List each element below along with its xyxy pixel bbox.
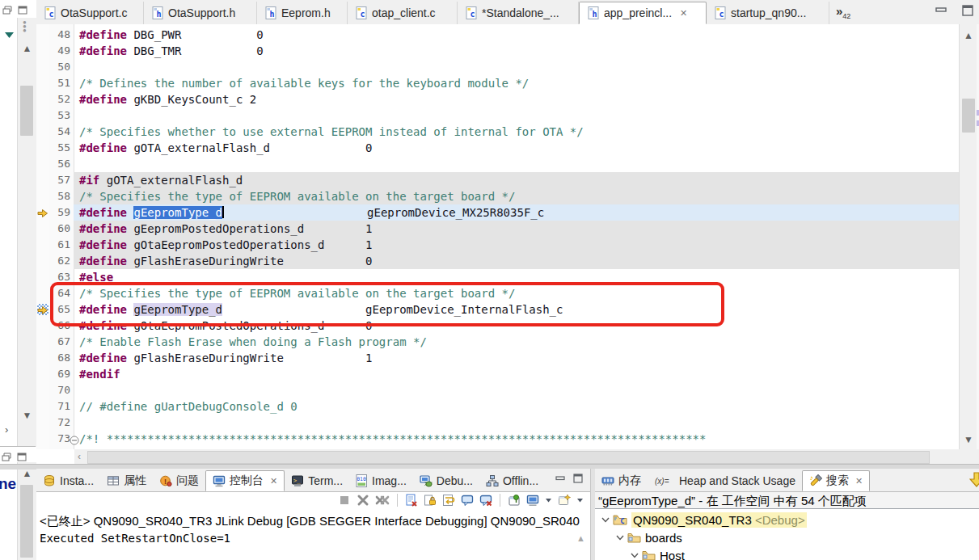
panel-tab-debu-[interactable]: Debu...: [413, 470, 479, 491]
code-line[interactable]: 66#define gOtaEepromPostedOperations_d 0: [36, 318, 959, 334]
marker-cell[interactable]: [36, 382, 49, 398]
scrollbar-thumb[interactable]: [20, 86, 33, 136]
remove-all-terminated-button[interactable]: [375, 494, 390, 507]
code-text[interactable]: /* Enable Flash Erase when doing a Flash…: [74, 334, 959, 350]
code-text[interactable]: [74, 415, 959, 431]
dropdown-arrow-icon[interactable]: [545, 497, 552, 503]
editor-vertical-scrollbar[interactable]: ▲ ▼: [959, 24, 977, 449]
code-text[interactable]: // #define gUartDebugConsole_d 0: [74, 398, 959, 415]
line-number[interactable]: 57: [49, 172, 74, 188]
line-number[interactable]: 69: [49, 366, 74, 382]
panel-tab-term-[interactable]: >_Term...: [285, 470, 349, 491]
tree-row[interactable]: Host: [595, 546, 979, 560]
expand-right-icon[interactable]: ›: [5, 423, 8, 436]
marker-cell[interactable]: [36, 107, 49, 124]
view-menu-icon[interactable]: [3, 29, 15, 42]
close-icon[interactable]: ✕: [270, 476, 277, 486]
tree-row[interactable]: CQN9090_SR040_TR3 <Debug>: [595, 511, 979, 528]
line-number[interactable]: 71: [49, 398, 74, 415]
marker-cell[interactable]: [36, 204, 49, 221]
scroll-left-icon[interactable]: ‹: [78, 451, 81, 462]
scroll-up-icon[interactable]: ▲: [960, 31, 977, 40]
editor-tab-startup-qn90-[interactable]: cstartup_qn90...: [707, 2, 829, 24]
editor-tab-otap-client-c[interactable]: cotap_client.c: [348, 2, 458, 24]
show-stderr-button[interactable]: [479, 494, 492, 507]
code-text[interactable]: #define gFlashEraseDuringWrite 1: [74, 350, 959, 366]
marker-cell[interactable]: [36, 334, 49, 350]
code-line[interactable]: 70: [36, 382, 959, 398]
line-number[interactable]: 52: [49, 91, 74, 107]
marker-cell[interactable]: [36, 285, 49, 301]
code-line[interactable]: 56: [36, 156, 959, 172]
marker-cell[interactable]: [36, 398, 49, 415]
code-line[interactable]: 54/* Specifies whether to use external E…: [36, 124, 959, 140]
maximize-icon[interactable]: [18, 4, 27, 17]
line-number[interactable]: 49: [49, 43, 74, 59]
clipped-panel-scrollbar[interactable]: ▲: [17, 462, 36, 560]
editor-tab-app-preincl-[interactable]: happ_preincl...✕: [579, 2, 707, 24]
clear-console-button[interactable]: [405, 494, 418, 507]
show-next-match-icon[interactable]: [969, 472, 979, 491]
code-text[interactable]: #define gOtaEepromPostedOperations_d 1: [74, 237, 959, 253]
line-number[interactable]: 73: [49, 431, 74, 447]
open-console-button[interactable]: [558, 494, 571, 507]
code-text[interactable]: [74, 156, 959, 172]
code-text[interactable]: #else: [74, 269, 959, 285]
fold-minus-icon[interactable]: [70, 434, 79, 449]
line-number[interactable]: 54: [49, 124, 74, 140]
code-line[interactable]: 72: [36, 415, 959, 431]
code-line[interactable]: 68#define gFlashEraseDuringWrite 1: [36, 350, 959, 366]
code-text[interactable]: #define gKBD_KeysCount_c 2: [74, 91, 959, 107]
marker-cell[interactable]: [36, 366, 49, 382]
chevron-down-icon[interactable]: [616, 533, 624, 541]
code-line[interactable]: 73/*! **********************************…: [36, 431, 959, 447]
code-line[interactable]: 63#else: [36, 269, 959, 285]
code-line[interactable]: 49#define DBG_TMR 0: [36, 43, 959, 59]
marker-cell[interactable]: [36, 301, 49, 318]
code-text[interactable]: #define gOTA_externalFlash_d 0: [74, 140, 959, 156]
code-text[interactable]: #define gFlashEraseDuringWrite 0: [74, 253, 959, 269]
console-output[interactable]: Executed SetRestartOnClose=1: [40, 532, 573, 545]
tree-row[interactable]: boards: [595, 528, 979, 546]
code-line[interactable]: 51/* Defines the number of available key…: [36, 75, 959, 91]
code-text[interactable]: #endif: [74, 366, 959, 382]
scrollbar-thumb[interactable]: [87, 451, 930, 464]
scroll-lock-button[interactable]: [424, 494, 437, 507]
pin-console-button[interactable]: [508, 494, 521, 507]
line-number[interactable]: 58: [49, 188, 74, 204]
remove-launch-button[interactable]: [357, 494, 369, 507]
code-text[interactable]: #define gOtaEepromPostedOperations_d 0: [74, 318, 959, 334]
panel-tab-搜索[interactable]: 搜索✕: [802, 470, 870, 491]
word-wrap-button[interactable]: [442, 494, 455, 507]
panel-tab-heap-and-stack-usage[interactable]: (x)=Heap and Stack Usage: [648, 470, 802, 491]
scroll-up-icon[interactable]: ▲: [576, 533, 585, 543]
line-number[interactable]: 70: [49, 382, 74, 398]
code-text[interactable]: /* Specifies the type of EEPROM availabl…: [74, 285, 959, 301]
minimize-icon[interactable]: [935, 5, 947, 19]
editor-tab--standalone-[interactable]: c*Standalone_...: [458, 2, 579, 24]
marker-cell[interactable]: [36, 221, 49, 237]
panel-tab-imag-[interactable]: 010Imag...: [349, 470, 413, 491]
editor-tab-otasupport-c[interactable]: cOtaSupport.c: [36, 2, 144, 24]
code-text[interactable]: #define DBG_TMR 0: [74, 43, 959, 59]
line-number[interactable]: 56: [49, 156, 74, 172]
marker-cell[interactable]: [36, 253, 49, 269]
panel-tab-控制台[interactable]: 控制台✕: [205, 470, 285, 491]
code-line[interactable]: 62#define gFlashEraseDuringWrite 0: [36, 253, 959, 269]
show-stdout-button[interactable]: [461, 494, 474, 507]
marker-cell[interactable]: [36, 415, 49, 431]
code-text[interactable]: [74, 107, 959, 124]
line-number[interactable]: 60: [49, 221, 74, 237]
line-number[interactable]: 59: [49, 204, 74, 221]
line-number[interactable]: 48: [49, 27, 74, 43]
code-line[interactable]: 59#define gEepromType_d gEepromDevice_MX…: [36, 204, 959, 221]
code-line[interactable]: 69#endif: [36, 366, 959, 382]
dropdown-arrow-icon[interactable]: [576, 497, 584, 503]
marker-cell[interactable]: [36, 318, 49, 334]
code-line[interactable]: 61#define gOtaEepromPostedOperations_d 1: [36, 237, 959, 253]
line-number[interactable]: 53: [49, 107, 74, 124]
code-line[interactable]: 58/* Specifies the type of EEPROM availa…: [36, 188, 959, 204]
code-viewport[interactable]: 48#define DBG_PWR 049#define DBG_TMR 050…: [36, 24, 959, 449]
code-line[interactable]: 64/* Specifies the type of EEPROM availa…: [36, 285, 959, 301]
scroll-up-icon[interactable]: ▲: [18, 44, 36, 53]
